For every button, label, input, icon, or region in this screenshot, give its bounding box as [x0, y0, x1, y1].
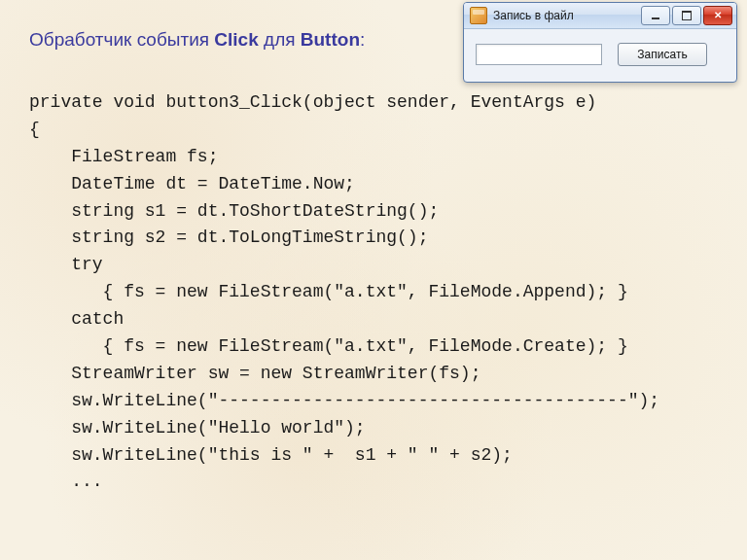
text-input[interactable]	[476, 44, 602, 65]
window-controls: ✕	[639, 6, 732, 25]
titlebar[interactable]: Запись в файл ✕	[464, 3, 736, 29]
write-button[interactable]: Записать	[618, 43, 707, 66]
close-icon: ✕	[714, 11, 722, 20]
app-icon	[470, 7, 487, 24]
heading-click-word: Click	[214, 29, 258, 50]
heading-colon: :	[360, 29, 365, 50]
window-title: Запись в файл	[493, 9, 639, 22]
minimize-icon	[652, 18, 659, 19]
close-button[interactable]: ✕	[703, 6, 732, 25]
heading-text-2: для	[259, 29, 301, 50]
code-block: private void button3_Click(object sender…	[29, 89, 659, 496]
form-window: Запись в файл ✕ Записать	[463, 2, 737, 83]
maximize-button[interactable]	[672, 6, 701, 25]
window-client-area: Записать	[464, 29, 736, 82]
maximize-icon	[682, 11, 692, 20]
heading-button-word: Button	[301, 29, 360, 50]
heading: Обработчик события Click для Button:	[29, 29, 365, 51]
heading-text-1: Обработчик события	[29, 29, 214, 50]
minimize-button[interactable]	[641, 6, 670, 25]
